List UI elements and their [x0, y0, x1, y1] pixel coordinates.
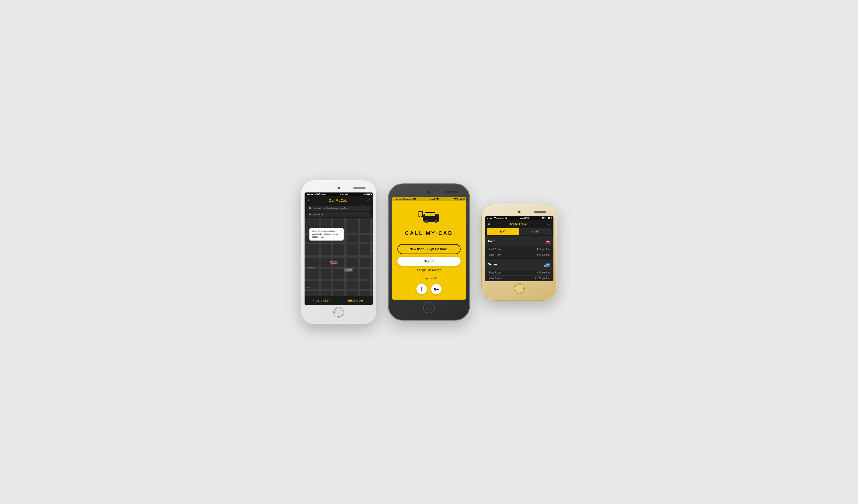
road-v5: [370, 218, 372, 296]
sedan-row1-label: First 5 kms: [489, 271, 501, 274]
home-inner-3: [515, 284, 524, 293]
battery-fill-2: [460, 198, 462, 199]
status-bar-2: ●●●●● Vodafone IN 4:46 PM 76%: [392, 197, 466, 201]
speaker-3: [534, 211, 546, 213]
tab-day[interactable]: DAY: [487, 228, 519, 235]
p1-bottom-bar: RIDE LATER RIDE NOW: [304, 296, 373, 305]
screen-3: ●●●●● Vodafone IN 4:46 PM 77% ≡ Rate Car…: [485, 216, 554, 281]
home-inner-1: [334, 308, 343, 316]
nano-category: Nano 🚗: [485, 237, 554, 246]
phone-1-top: [304, 185, 373, 192]
time-3: 4:46 PM: [520, 217, 528, 219]
status-right-2: 76%: [454, 198, 464, 200]
sedan-row2-value: ₹ 200 per km: [535, 277, 550, 280]
sedan-row1-value: ₹ 50 per km: [537, 271, 550, 274]
phone-2-top: [392, 189, 466, 196]
svg-point-10: [435, 221, 436, 223]
road-h2: [304, 243, 373, 244]
forgot-password-link[interactable]: Forgot Password?: [417, 269, 441, 272]
junction-label-padamuga: PadamugaJunction: [344, 268, 353, 272]
signup-btn[interactable]: New user ? Sign Up now !: [397, 244, 460, 254]
p1-app-title: CallMyCab: [329, 198, 348, 202]
nano-row1-label: First 2 kms: [489, 248, 501, 250]
home-inner-2: [424, 303, 434, 312]
svg-rect-6: [430, 213, 434, 216]
home-button-1[interactable]: [333, 307, 344, 318]
popup-address: Crash Rd, Souhruda Nagar,Vazhakkala, Kak…: [312, 230, 341, 239]
ride-later-btn[interactable]: RIDE LATER: [304, 296, 339, 305]
sedan-car-icon: 🚙: [544, 261, 551, 267]
app-name-text: CALL·MY·CAB: [405, 230, 453, 236]
home-button-3[interactable]: [514, 283, 525, 294]
hamburger-icon-1[interactable]: ≡: [307, 198, 309, 202]
map-pin: 📍: [328, 261, 334, 267]
sedan-row-1: First 5 kms ₹ 50 per km: [485, 270, 554, 275]
nano-row1-value: ₹ 30 per km: [537, 248, 550, 250]
road-h6: [304, 289, 373, 291]
tab-night[interactable]: NIGHT: [519, 228, 552, 235]
p2-login-content: CALL·MY·CAB New user ? Sign Up now ! Sig…: [392, 201, 466, 300]
p3-header: ≡ Rate Card ♡: [485, 220, 554, 228]
carrier-2: ●●●●● Vodafone IN: [394, 198, 416, 200]
speaker-2: [445, 191, 458, 193]
phone-1-bottom: [333, 305, 344, 320]
road-label-lane3: Lane 3: [307, 287, 312, 288]
road-h3: [304, 255, 373, 258]
phone-3-top: [485, 208, 554, 215]
facebook-icon: f: [421, 287, 423, 292]
facebook-login-btn[interactable]: f: [416, 284, 427, 294]
phone-2-bottom: [423, 299, 435, 315]
carrier-3: ●●●●● Vodafone IN: [487, 217, 507, 219]
status-bar-3: ●●●●● Vodafone IN 4:46 PM 77%: [485, 216, 554, 220]
search-bar-2[interactable]: 🔍 Ernamulam: [306, 212, 371, 217]
road-v3: [344, 218, 347, 296]
screen-2: ●●●●● Vodafone IN 4:46 PM 76%: [392, 197, 466, 299]
phone-2: ●●●●● Vodafone IN 4:46 PM 76%: [388, 183, 470, 321]
battery-icon-1: [367, 193, 371, 195]
sedan-section: Sedan 🚙 First 5 kms ₹ 50 per km After 5 …: [485, 259, 554, 281]
search-icon-1: 🔍: [309, 207, 312, 210]
battery-icon-3: [547, 217, 552, 219]
battery-pct-1: 77%: [361, 193, 366, 196]
battery-fill-1: [367, 194, 370, 195]
signin-btn[interactable]: Sign In: [397, 257, 460, 266]
sedan-row-2: After 5 kms ₹ 200 per km: [485, 275, 554, 281]
battery-pct-2: 76%: [454, 198, 458, 200]
status-right-3: 77%: [542, 217, 552, 219]
hamburger-icon-3[interactable]: ≡: [488, 222, 490, 226]
phone-1: ●●●●● Vodafone IN 4:45 PM 77% ≡ CallMyCa…: [301, 180, 377, 324]
svg-rect-5: [425, 213, 430, 216]
popup-close-icon[interactable]: ✕: [340, 229, 342, 232]
nano-car-icon: 🚗: [544, 238, 551, 244]
heart-icon-1[interactable]: ♡: [367, 198, 370, 202]
search-value-2: Ernamulam: [313, 213, 324, 216]
sedan-category: Sedan 🚙: [485, 259, 554, 270]
cab-svg-icon: [418, 209, 440, 225]
social-row: f G+: [416, 284, 442, 294]
battery-fill-3: [547, 217, 550, 218]
google-icon: G+: [434, 287, 439, 291]
map-popup: ✕ Crash Rd, Souhruda Nagar,Vazhakkala, K…: [309, 228, 344, 241]
sedan-name: Sedan: [488, 263, 497, 266]
ride-now-btn[interactable]: RIDE NOW: [339, 296, 373, 305]
phones-container: ●●●●● Vodafone IN 4:45 PM 77% ≡ CallMyCa…: [301, 180, 557, 324]
road-label-padamugal: Padamugal - Palace: [370, 243, 372, 254]
nano-row-1: First 2 kms ₹ 30 per km: [485, 246, 554, 252]
tab-bar: DAY NIGHT: [487, 228, 552, 235]
road-v4: [358, 218, 360, 296]
search-icon-2: 🔍: [309, 213, 312, 216]
road-label-civil: Civil Line Rd: [307, 266, 315, 268]
battery-pct-3: 77%: [542, 217, 546, 219]
cab-logo-icon: [418, 209, 440, 228]
google-login-btn[interactable]: G+: [431, 284, 442, 294]
front-camera-1: [337, 187, 340, 189]
nano-section: Nano 🚗 First 2 kms ₹ 30 per km After 2 k…: [485, 237, 554, 258]
p1-header: ≡ CallMyCab ♡: [304, 196, 373, 205]
svg-point-2: [420, 216, 421, 217]
front-camera-3: [518, 211, 521, 213]
nano-row2-label: After 2 kms: [489, 254, 502, 256]
search-bar-1[interactable]: 🔍 Crash Rd, Souhruda Nagar, Vazhakk: [306, 206, 371, 211]
heart-icon-3[interactable]: ♡: [547, 222, 551, 226]
home-button-2[interactable]: [423, 302, 435, 313]
speaker-1: [353, 187, 366, 189]
